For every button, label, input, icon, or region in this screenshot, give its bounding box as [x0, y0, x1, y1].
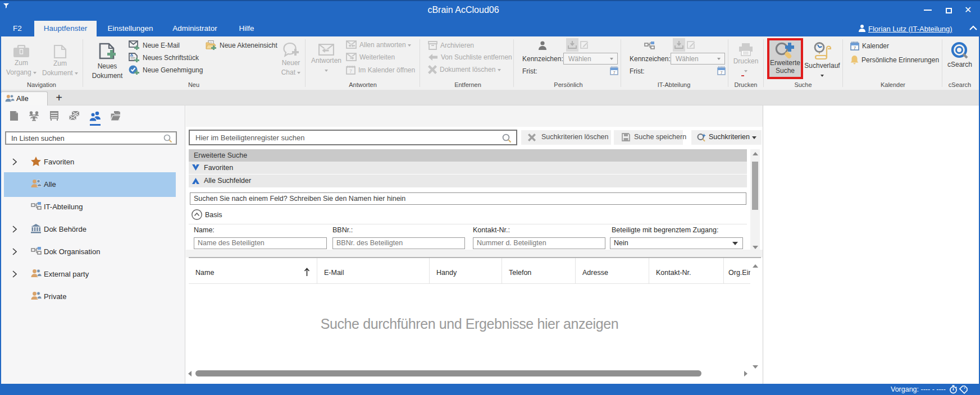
svg-text:7: 7 [613, 70, 615, 75]
svg-text:7: 7 [854, 45, 856, 50]
svg-text:7: 7 [720, 70, 722, 75]
svg-text:7: 7 [349, 68, 352, 74]
